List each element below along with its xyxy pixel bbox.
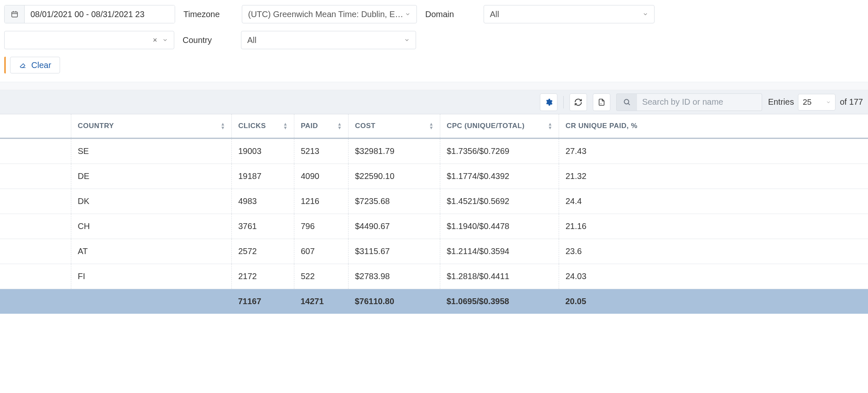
cell-cr: 27.43: [559, 139, 868, 164]
domain-label: Domain: [425, 10, 475, 19]
toolbar-divider: [563, 96, 564, 108]
entries-total: of 177: [840, 97, 863, 107]
clear-x-icon[interactable]: ×: [153, 36, 157, 45]
table-row: SE190035213$32981.79$1.7356/$0.726927.43: [0, 139, 868, 164]
entries-select[interactable]: 25: [798, 94, 835, 111]
chevron-down-icon: [826, 100, 831, 105]
timezone-label: Timezone: [183, 10, 233, 19]
sort-icon: ▲▼: [548, 122, 552, 130]
cell-cr: 21.32: [559, 164, 868, 189]
table-row: DK49831216$7235.68$1.4521/$0.569224.4: [0, 189, 868, 214]
cell-country: AT: [71, 239, 231, 264]
total-cr: 20.05: [559, 289, 868, 314]
calendar-icon: [5, 5, 25, 23]
cell-cost: $32981.79: [348, 139, 440, 164]
cell-blank: [0, 164, 71, 189]
search-wrap: [616, 93, 762, 111]
cell-clicks: 19187: [231, 164, 294, 189]
cell-cpc: $1.2114/$0.3594: [440, 239, 559, 264]
total-cost: $76110.80: [348, 289, 440, 314]
clear-button[interactable]: Clear: [10, 57, 60, 73]
gear-icon: [544, 98, 553, 106]
col-cost[interactable]: COST▲▼: [348, 114, 440, 139]
svg-text:x: x: [600, 102, 602, 104]
cell-clicks: 2172: [231, 264, 294, 289]
chevron-down-icon: [404, 37, 410, 43]
sort-icon: ▲▼: [221, 122, 225, 130]
cell-clicks: 19003: [231, 139, 294, 164]
table-row: DE191874090$22590.10$1.1774/$0.439221.32: [0, 164, 868, 189]
col-country[interactable]: COUNTRY▲▼: [71, 114, 231, 139]
table-row: FI2172522$2783.98$1.2818/$0.441124.03: [0, 264, 868, 289]
svg-line-7: [628, 103, 630, 105]
table-row: AT2572607$3115.67$1.2114/$0.359423.6: [0, 239, 868, 264]
entries-value: 25: [803, 98, 811, 107]
table-header-row: COUNTRY▲▼ CLICKS▲▼ PAID▲▼ COST▲▼ CPC (UN…: [0, 114, 868, 139]
cell-cost: $4490.67: [348, 214, 440, 239]
cell-country: SE: [71, 139, 231, 164]
date-range-input[interactable]: [25, 5, 175, 23]
cell-cr: 24.4: [559, 189, 868, 214]
table-totals-row: 71167 14271 $76110.80 $1.0695/$0.3958 20…: [0, 289, 868, 314]
cell-cpc: $1.4521/$0.5692: [440, 189, 559, 214]
clear-row: Clear: [4, 57, 864, 82]
chevron-down-icon: [642, 11, 648, 17]
refresh-button[interactable]: [569, 93, 587, 111]
table-row: CH3761796$4490.67$1.1940/$0.447821.16: [0, 214, 868, 239]
cell-cr: 24.03: [559, 264, 868, 289]
refresh-icon: [574, 98, 582, 106]
chevron-down-icon: [405, 11, 411, 17]
sort-icon: ▲▼: [429, 122, 434, 130]
divider-band: [0, 82, 868, 90]
filter-row-2: × Country All: [4, 31, 864, 49]
cell-clicks: 4983: [231, 189, 294, 214]
total-cpc: $1.0695/$0.3958: [440, 289, 559, 314]
file-export-icon: x: [598, 98, 605, 106]
col-cr[interactable]: CR UNIQUE PAID, %: [559, 114, 868, 139]
tag-select[interactable]: ×: [4, 31, 174, 49]
cell-cpc: $1.1774/$0.4392: [440, 164, 559, 189]
cell-blank: [0, 239, 71, 264]
cell-paid: 5213: [294, 139, 348, 164]
date-range-picker[interactable]: [4, 5, 175, 23]
svg-rect-0: [12, 12, 18, 17]
search-icon: [616, 93, 637, 111]
cell-blank: [0, 189, 71, 214]
cell-clicks: 2572: [231, 239, 294, 264]
cell-cr: 23.6: [559, 239, 868, 264]
cell-cost: $2783.98: [348, 264, 440, 289]
entries-wrap: Entries 25 of 177: [768, 94, 863, 111]
export-button[interactable]: x: [593, 93, 610, 111]
cell-cpc: $1.1940/$0.4478: [440, 214, 559, 239]
col-blank: [0, 114, 71, 139]
cell-country: DE: [71, 164, 231, 189]
cell-cost: $22590.10: [348, 164, 440, 189]
filter-row-1: Timezone (UTC) Greenwich Mean Time: Dubl…: [4, 5, 864, 23]
clear-button-label: Clear: [31, 60, 51, 70]
cell-cpc: $1.7356/$0.7269: [440, 139, 559, 164]
domain-value: All: [490, 10, 499, 19]
cell-country: FI: [71, 264, 231, 289]
col-cpc[interactable]: CPC (UNIQUE/TOTAL)▲▼: [440, 114, 559, 139]
cell-paid: 4090: [294, 164, 348, 189]
cell-cost: $3115.67: [348, 239, 440, 264]
col-clicks[interactable]: CLICKS▲▼: [231, 114, 294, 139]
cell-paid: 607: [294, 239, 348, 264]
sort-icon: ▲▼: [283, 122, 288, 130]
cell-paid: 1216: [294, 189, 348, 214]
cell-paid: 522: [294, 264, 348, 289]
domain-select[interactable]: All: [484, 5, 655, 23]
search-input[interactable]: [637, 93, 762, 111]
data-table: COUNTRY▲▼ CLICKS▲▼ PAID▲▼ COST▲▼ CPC (UN…: [0, 114, 868, 314]
chevron-down-icon: [162, 37, 168, 43]
settings-button[interactable]: [540, 93, 557, 111]
col-paid[interactable]: PAID▲▼: [294, 114, 348, 139]
cell-blank: [0, 139, 71, 164]
cell-cr: 21.16: [559, 214, 868, 239]
country-value: All: [247, 35, 256, 45]
total-clicks: 71167: [231, 289, 294, 314]
country-select[interactable]: All: [241, 31, 416, 49]
cell-cpc: $1.2818/$0.4411: [440, 264, 559, 289]
timezone-select[interactable]: (UTC) Greenwich Mean Time: Dublin, Edinb…: [242, 5, 417, 23]
accent-bar: [4, 57, 6, 73]
